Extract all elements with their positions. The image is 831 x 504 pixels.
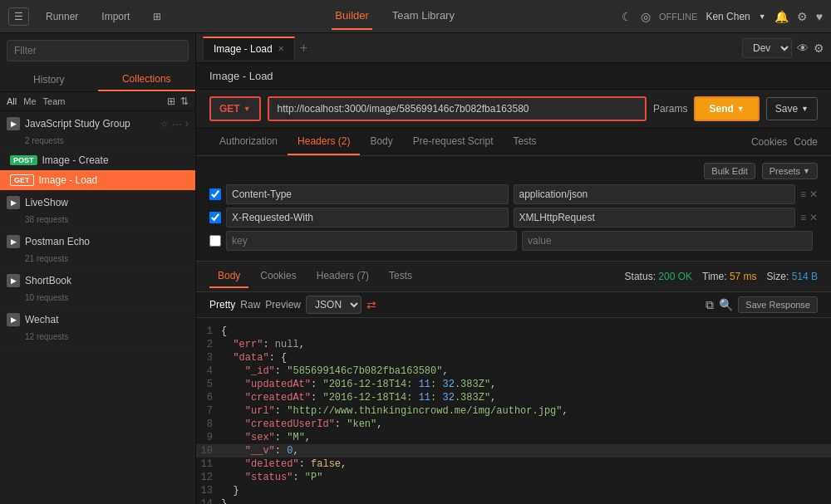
- group-header-postman[interactable]: ▶ Postman Echo: [0, 229, 195, 254]
- header-row-3: [209, 231, 818, 251]
- tab-body[interactable]: Body: [360, 129, 402, 155]
- search-input[interactable]: [7, 40, 189, 61]
- group-sub-js-study: 2 requests: [0, 136, 195, 149]
- search-resp-icon[interactable]: 🔍: [719, 296, 733, 313]
- group-header-shortbook[interactable]: ▶ ShortBook: [0, 268, 195, 293]
- header-1-more-icon[interactable]: ≡: [800, 188, 806, 200]
- filter-team[interactable]: Team: [43, 96, 66, 106]
- line-num-11: 11: [196, 458, 221, 470]
- code-line-12: 12 "status": "P": [196, 471, 831, 484]
- tab-team-library[interactable]: Team Library: [389, 2, 458, 30]
- presets-btn[interactable]: Presets ▼: [762, 163, 818, 179]
- format-preview-btn[interactable]: Preview: [265, 299, 301, 311]
- settings-icon[interactable]: ⚙: [797, 10, 808, 23]
- sidebar: History Collections All Me Team ⊞ ⇅ ▶ Ja…: [0, 33, 196, 504]
- chevron-right-icon: ›: [185, 118, 189, 130]
- filter-all[interactable]: All: [7, 96, 17, 106]
- header-1-key[interactable]: [226, 184, 509, 204]
- more-icon[interactable]: ···: [172, 117, 182, 130]
- group-wechat: ▶ Wechat 12 requests: [0, 307, 195, 346]
- line-num-3: 3: [196, 352, 221, 364]
- tab-history[interactable]: History: [0, 68, 98, 91]
- sidebar-toggle-btn[interactable]: ☰: [8, 7, 29, 26]
- line-content-14: }: [221, 498, 831, 504]
- save-btn[interactable]: Save ▼: [766, 97, 818, 120]
- group-name-shortbook: ShortBook: [25, 275, 189, 286]
- satellite-icon[interactable]: ◎: [641, 10, 651, 23]
- request-title-area: Image - Load: [196, 63, 831, 90]
- header-1-checkbox[interactable]: [209, 188, 221, 200]
- method-badge-get: GET: [10, 174, 34, 186]
- cookies-link[interactable]: Cookies: [751, 136, 787, 148]
- format-raw-btn[interactable]: Raw: [240, 299, 260, 311]
- tab-builder[interactable]: Builder: [332, 2, 371, 30]
- params-btn[interactable]: Params: [653, 103, 687, 115]
- url-input[interactable]: [268, 96, 647, 121]
- group-folder-icon-5: ▶: [7, 313, 20, 326]
- header-2-key[interactable]: [226, 208, 509, 228]
- resp-tab-tests[interactable]: Tests: [381, 265, 420, 288]
- main-content: Image - Load ✕ + Dev 👁 ⚙ Image - Load GE…: [196, 33, 831, 504]
- header-1-value[interactable]: [514, 184, 796, 204]
- filter-me[interactable]: Me: [23, 96, 36, 106]
- method-select-btn[interactable]: GET ▼: [209, 96, 261, 121]
- send-btn[interactable]: Send ▼: [694, 96, 759, 121]
- filter-icons: ⊞ ⇅: [167, 95, 189, 107]
- copy-resp-icon[interactable]: ⧉: [706, 296, 714, 313]
- sidebar-item-image-load[interactable]: GET Image - Load: [0, 170, 195, 190]
- group-sub-wechat: 12 requests: [0, 332, 195, 345]
- save-label: Save: [775, 103, 798, 115]
- line-content-5: "updatedAt": "2016-12-18T14: 11: 32.383Z…: [221, 379, 831, 390]
- code-line-13: 13 }: [196, 484, 831, 497]
- new-folder-icon[interactable]: ⊞: [167, 95, 175, 107]
- header-3-checkbox[interactable]: [209, 235, 221, 247]
- group-header-wechat[interactable]: ▶ Wechat: [0, 307, 195, 332]
- line-content-12: "status": "P": [221, 472, 831, 483]
- format-type-select[interactable]: JSON: [306, 296, 361, 314]
- method-label: GET: [219, 103, 240, 115]
- bell-icon[interactable]: 🔔: [774, 10, 789, 23]
- env-selector[interactable]: Dev: [742, 38, 792, 58]
- user-menu[interactable]: Ken Chen: [706, 11, 750, 22]
- header-2-more-icon[interactable]: ≡: [800, 212, 806, 223]
- filter-resp-icon[interactable]: ⇄: [366, 298, 376, 311]
- format-pretty-btn[interactable]: Pretty: [209, 299, 235, 311]
- theme-icon[interactable]: ☾: [622, 10, 632, 23]
- bulk-edit-btn[interactable]: Bulk Edit: [704, 163, 755, 179]
- tab-headers[interactable]: Headers (2): [288, 129, 360, 155]
- group-header-liveshow[interactable]: ▶ LiveShow: [0, 190, 195, 215]
- header-2-delete-icon[interactable]: ✕: [809, 212, 818, 223]
- header-1-delete-icon[interactable]: ✕: [809, 188, 818, 200]
- size-label: Size: 514 B: [767, 271, 818, 282]
- tab-collections[interactable]: Collections: [98, 68, 196, 91]
- heart-icon[interactable]: ♥: [816, 10, 823, 23]
- resp-tab-headers[interactable]: Headers (7): [308, 265, 377, 288]
- new-tab-btn[interactable]: +: [300, 41, 307, 56]
- star-icon[interactable]: ☆: [160, 119, 169, 130]
- runner-btn[interactable]: Runner: [39, 7, 85, 26]
- tab-authorization[interactable]: Authorization: [209, 129, 288, 155]
- eye-icon[interactable]: 👁: [797, 42, 809, 55]
- code-link[interactable]: Code: [794, 136, 818, 148]
- tab-close-icon[interactable]: ✕: [278, 44, 284, 53]
- sidebar-item-image-create[interactable]: POST Image - Create: [0, 150, 195, 170]
- line-content-13: }: [221, 485, 831, 497]
- sort-icon[interactable]: ⇅: [180, 95, 189, 107]
- header-2-value[interactable]: [514, 208, 796, 228]
- send-label: Send: [709, 103, 733, 115]
- group-header-js-study[interactable]: ▶ JavaScript Study Group ☆ ··· ›: [0, 111, 195, 136]
- import-btn[interactable]: Import: [95, 7, 136, 26]
- config-icon[interactable]: ⚙: [814, 42, 824, 55]
- tab-tests[interactable]: Tests: [503, 129, 546, 155]
- save-response-btn[interactable]: Save Response: [738, 296, 818, 313]
- layout-btn[interactable]: ⊞: [146, 7, 168, 26]
- header-2-checkbox[interactable]: [209, 212, 221, 223]
- header-3-key[interactable]: [226, 231, 517, 251]
- request-tab-image-load[interactable]: Image - Load ✕: [203, 37, 295, 60]
- page-title: Image - Load: [209, 70, 273, 82]
- resp-tab-cookies[interactable]: Cookies: [252, 265, 304, 288]
- resp-tab-body[interactable]: Body: [209, 265, 248, 288]
- header-3-value[interactable]: [522, 231, 813, 251]
- tab-prerequest[interactable]: Pre-request Script: [403, 129, 504, 155]
- send-chevron-icon: ▼: [737, 105, 745, 113]
